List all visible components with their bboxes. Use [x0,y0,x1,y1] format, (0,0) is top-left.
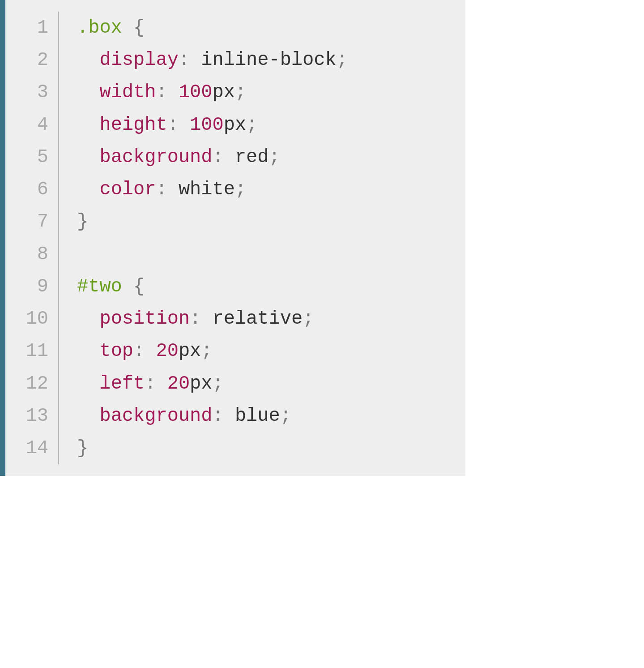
code-line: top: 20px; [77,335,348,367]
token-val [77,373,99,394]
line-number: 3 [15,76,48,108]
token-prop: left [99,373,145,394]
token-punct: ; [246,114,257,136]
token-val [77,308,99,330]
code-line: width: 100px; [77,76,348,108]
token-val [77,114,99,136]
token-prop: top [99,340,133,362]
token-num: 20 [167,373,190,394]
token-punct: ; [213,373,224,394]
code-line: height: 100px; [77,109,348,141]
token-val [77,146,99,168]
code-line: background: blue; [77,400,348,432]
token-val [145,340,156,362]
token-punct: } [77,211,88,232]
code-line: display: inline-block; [77,44,348,76]
code-line: color: white; [77,173,348,206]
token-unit: px [213,81,235,103]
token-val [77,179,99,200]
code-line: position: relative; [77,303,348,335]
token-unit: px [190,373,212,394]
line-number: 13 [15,400,48,432]
line-number: 6 [15,173,48,206]
code-line [77,238,348,270]
line-number: 1 [15,12,48,44]
token-punct: : [167,114,179,136]
line-number: 12 [15,368,48,400]
code-content[interactable]: .box { display: inline-block; width: 100… [59,12,348,464]
token-punct: : [145,373,156,394]
line-number: 9 [15,270,48,303]
token-val [77,81,99,103]
line-number: 2 [15,44,48,76]
token-val: red [224,146,269,168]
token-unit: px [179,340,201,362]
line-number-gutter: 1234567891011121314 [5,12,59,464]
line-number: 7 [15,206,48,238]
token-val [156,373,167,394]
code-line: #two { [77,270,348,303]
token-val [77,405,99,427]
token-val [122,17,133,39]
token-val: relative [201,308,303,330]
line-number: 8 [15,238,48,270]
line-number: 10 [15,303,48,335]
token-punct: ; [235,179,246,200]
token-prop: height [99,114,167,136]
token-punct: ; [269,146,280,168]
token-val [167,81,179,103]
code-line: } [77,432,348,464]
token-punct: : [156,81,167,103]
token-val [122,276,133,297]
code-block: 1234567891011121314 .box { display: inli… [0,0,465,476]
token-punct: ; [235,81,246,103]
token-punct: : [212,405,223,427]
token-punct: } [77,437,88,459]
line-number: 11 [15,335,48,367]
token-val [77,49,99,71]
token-punct: ; [337,49,348,71]
token-prop: color [99,179,156,200]
token-punct: : [179,49,190,71]
token-prop: background [99,405,212,427]
line-number: 5 [15,141,48,173]
token-prop: background [99,146,212,168]
token-sel: #two [77,276,122,297]
token-val: white [167,179,235,200]
token-num: 100 [190,114,224,136]
code-line: background: red; [77,141,348,173]
token-num: 20 [156,340,178,362]
code-line: .box { [77,12,348,44]
token-punct: { [133,17,145,39]
token-prop: width [99,81,156,103]
token-punct: ; [303,308,314,330]
code-line: } [77,206,348,238]
token-unit: px [224,114,246,136]
token-val [77,340,99,362]
token-punct: : [156,179,167,200]
token-prop: display [99,49,178,71]
token-punct: : [212,146,223,168]
token-prop: position [99,308,190,330]
token-punct: { [133,276,145,297]
token-punct: ; [280,405,291,427]
line-number: 14 [15,432,48,464]
token-num: 100 [179,81,213,103]
token-val [179,114,190,136]
token-punct: ; [201,340,212,362]
token-punct: : [190,308,201,330]
token-punct: : [133,340,145,362]
code-line: left: 20px; [77,368,348,400]
token-val: inline-block [190,49,337,71]
token-sel: .box [77,17,122,39]
line-number: 4 [15,109,48,141]
token-val: blue [224,405,280,427]
